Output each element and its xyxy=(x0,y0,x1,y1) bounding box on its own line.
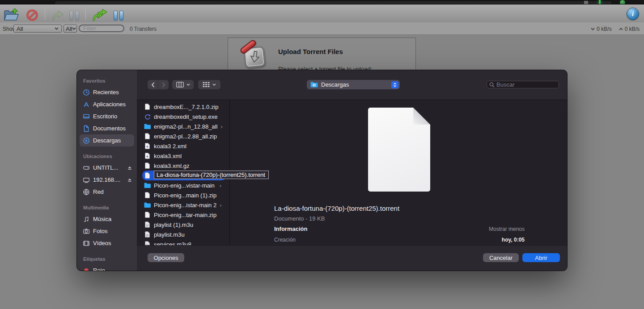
options-button[interactable]: Opciones xyxy=(148,253,184,262)
globe-icon xyxy=(83,188,90,196)
preview-filename: La-diosa-fortuna-(720p)-(torrent25).torr… xyxy=(274,205,525,212)
eject-button[interactable] xyxy=(127,177,132,183)
state-filter-select[interactable]: All xyxy=(13,25,62,33)
music-icon xyxy=(83,216,90,223)
sidebar-item-fotos[interactable]: Fotos xyxy=(80,225,134,237)
pause-all-icon xyxy=(114,11,123,21)
open-button[interactable]: Abrir xyxy=(522,253,560,262)
film-icon xyxy=(83,240,90,247)
sidebar-item-label: 192.168.... xyxy=(93,176,120,183)
sidebar-section-title: Multimedia xyxy=(83,205,137,211)
sidebar-item-descargas[interactable]: Descargas xyxy=(80,134,134,146)
tracker-filter-select[interactable]: All xyxy=(64,25,77,33)
sidebar-item-untitled-volume[interactable]: UNTITL... xyxy=(80,162,134,174)
group-view-button[interactable] xyxy=(198,80,220,89)
grid-icon xyxy=(203,82,210,88)
combo-chevrons-icon xyxy=(391,81,398,88)
sidebar-section-title: Ubicaciones xyxy=(83,154,137,160)
toolbar-separator xyxy=(85,8,86,20)
file-row[interactable]: koala3.xml.gz xyxy=(142,161,226,171)
doc-file-icon xyxy=(145,172,150,179)
file-open-dialog: FavoritosRecientesAplicacionesEscritorio… xyxy=(77,70,567,271)
file-name: playlist (1).m3u xyxy=(154,221,193,228)
file-row[interactable]: Picon-enig...tar-main.zip xyxy=(142,210,226,220)
sidebar-item-network-192-168[interactable]: 192.168.... xyxy=(80,174,134,186)
sidebar-item-musica[interactable]: Música xyxy=(80,213,134,225)
pause-all-button[interactable] xyxy=(113,6,124,21)
file-name: Picon-enig...istar-main 2 xyxy=(154,202,216,209)
remove-torrent-button[interactable] xyxy=(25,6,39,21)
xml-file-icon xyxy=(145,143,150,149)
clock-icon xyxy=(83,89,90,96)
sidebar-item-rojo[interactable]: Rojo xyxy=(80,264,134,271)
browser-url-bar[interactable] xyxy=(55,1,611,4)
doc-file-icon xyxy=(145,133,150,139)
resume-torrent-button[interactable] xyxy=(51,6,65,21)
sidebar-item-label: Aplicaciones xyxy=(93,101,126,108)
sidebar-item-red[interactable]: Red xyxy=(80,186,134,198)
filter-input[interactable] xyxy=(79,25,124,32)
file-row-folder[interactable]: Picon-enig...istar-main 2› xyxy=(142,200,226,210)
doc-file-icon xyxy=(145,192,150,198)
folder-icon xyxy=(144,124,151,129)
preview-meta: Documento - 19 KB xyxy=(274,215,325,222)
sidebar-section-title: Etiquetas xyxy=(83,256,137,263)
cancel-button[interactable]: Cancelar xyxy=(483,253,519,262)
harddrive-icon xyxy=(83,164,90,171)
file-row[interactable]: dreamboxE..._7.2.1.0.zip xyxy=(142,102,226,112)
file-name: dreamboxedit_setup.exe xyxy=(154,113,217,120)
search-icon xyxy=(489,82,495,88)
back-button[interactable] xyxy=(148,80,158,89)
show-less-link[interactable]: Mostrar menos xyxy=(489,226,525,232)
eject-icon xyxy=(127,177,132,183)
chevron-left-icon xyxy=(151,82,155,88)
picker-content: dreamboxE..._7.2.1.0.zipdreamboxedit_set… xyxy=(137,100,567,245)
folder-icon xyxy=(144,202,151,208)
doc-file-icon xyxy=(145,212,150,218)
sidebar-item-recientes[interactable]: Recientes xyxy=(80,86,134,98)
open-torrent-button[interactable] xyxy=(3,6,21,21)
column-view-button[interactable] xyxy=(172,80,194,89)
open-torrent-icon xyxy=(4,8,21,21)
file-name: services.m3u8 xyxy=(154,241,191,246)
chevron-right-icon: › xyxy=(220,202,226,209)
file-name: enigma2-pl...2.88_all.zip xyxy=(154,133,217,140)
search-input[interactable] xyxy=(496,81,550,88)
sidebar-item-label: Rojo xyxy=(93,267,105,271)
browser-toolbar-icon[interactable] xyxy=(584,1,588,4)
sidebar-item-label: Documentos xyxy=(93,125,126,132)
sidebar-item-escritorio[interactable]: Escritorio xyxy=(80,110,134,122)
exe-file-icon xyxy=(144,114,150,120)
sidebar-item-label: Descargas xyxy=(93,137,121,144)
forward-button[interactable] xyxy=(158,80,169,89)
sidebar-item-aplicaciones[interactable]: Aplicaciones xyxy=(80,98,134,110)
sidebar-item-videos[interactable]: Vídeos xyxy=(80,237,134,249)
sidebar-item-documentos[interactable]: Documentos xyxy=(80,122,134,134)
file-row-folder[interactable]: Picon-enig...vistar-main› xyxy=(142,180,226,190)
info-button[interactable]: i xyxy=(627,8,639,20)
sidebar-section-title: Favoritos xyxy=(83,78,137,84)
pause-torrent-button[interactable] xyxy=(68,6,80,21)
file-row[interactable]: enigma2-pl...2.88_all.zip xyxy=(142,131,226,141)
info-icon: i xyxy=(632,9,634,18)
chevron-down-icon xyxy=(55,27,59,30)
search-field[interactable] xyxy=(487,81,559,88)
file-row[interactable]: Picon-enig...main (1).zip xyxy=(142,190,226,200)
file-row[interactable]: playlist (1).m3u xyxy=(142,220,226,230)
m3u-file-icon xyxy=(145,231,150,238)
location-label: Descargas xyxy=(321,81,388,88)
file-row-folder[interactable]: enigma2-pl...n_12.88_all› xyxy=(142,121,226,131)
chevron-down-icon xyxy=(212,84,216,86)
desktop-icon xyxy=(83,113,90,120)
location-dropdown[interactable]: Descargas xyxy=(307,80,400,89)
file-row[interactable]: koala3 2.xml xyxy=(142,141,226,151)
file-row[interactable]: dreamboxedit_setup.exe xyxy=(142,112,226,121)
eject-button[interactable] xyxy=(127,165,132,171)
transmission-toolbar: i xyxy=(0,4,644,22)
file-row[interactable]: services.m3u8 xyxy=(142,239,226,245)
preview-document-icon xyxy=(368,108,430,192)
file-row[interactable]: koala3.xml xyxy=(142,151,226,161)
sidebar-item-label: Red xyxy=(93,188,104,195)
resume-all-button[interactable] xyxy=(91,6,109,21)
file-row[interactable]: playlist.m3u xyxy=(142,230,226,239)
